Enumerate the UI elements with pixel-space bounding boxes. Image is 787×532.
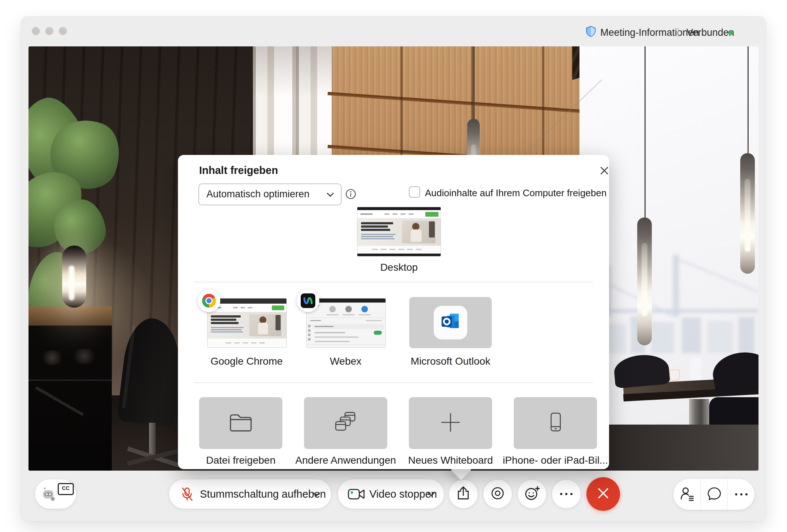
window-zoom-button[interactable] — [59, 27, 67, 35]
panel-buttons-group — [673, 479, 754, 510]
dialog-title: Inhalt freigeben — [199, 164, 278, 176]
more-dots-icon — [559, 491, 574, 497]
reactions-button[interactable] — [518, 480, 546, 508]
chrome-label: Google Chrome — [192, 356, 301, 367]
chat-icon — [707, 486, 722, 503]
share-audio-label: Audioinhalte auf Ihrem Computer freigebe… — [425, 187, 607, 199]
webex-label: Webex — [291, 356, 400, 367]
chevron-down-icon[interactable] — [312, 492, 320, 498]
phone-icon — [544, 411, 567, 435]
optimize-dropdown-value: Automatisch optimieren — [206, 184, 309, 204]
new-whiteboard-option[interactable] — [409, 397, 492, 449]
share-file-option[interactable] — [199, 397, 282, 449]
stacked-windows-icon — [334, 411, 357, 435]
iphone-ipad-label: iPhone- oder iPad-Bil... — [501, 455, 610, 466]
webex-icon — [297, 289, 319, 312]
pendant-lamp — [474, 46, 475, 119]
participants-icon — [679, 486, 695, 503]
more-dots-icon — [734, 491, 749, 498]
desktop-label: Desktop — [339, 262, 459, 273]
record-icon — [490, 486, 505, 502]
plus-icon — [440, 412, 461, 434]
participants-button[interactable] — [673, 479, 700, 510]
titlebar-separator — [678, 28, 678, 37]
other-apps-label: Andere Anwendungen — [291, 455, 400, 466]
camera-icon — [347, 487, 365, 502]
control-bar: CC Stummschaltung aufheben Video stoppen — [21, 471, 766, 521]
share-file-label: Datei freigeben — [186, 455, 296, 466]
meeting-information-link[interactable]: Meeting-Informationen — [600, 27, 699, 38]
new-whiteboard-label: Neues Whiteboard — [396, 455, 505, 466]
stop-video-button[interactable]: Video stoppen — [338, 479, 444, 509]
connected-dot — [728, 30, 733, 35]
info-icon[interactable] — [345, 189, 356, 200]
mic-muted-icon — [179, 486, 195, 503]
assistant-robot-icon — [40, 485, 57, 503]
meeting-window: Meeting-Informationen Verbunden — [21, 16, 766, 521]
emoji-plus-icon — [524, 485, 540, 503]
assistant-button[interactable]: CC — [35, 479, 76, 509]
iphone-ipad-option[interactable] — [514, 397, 597, 449]
pendant-lamp — [645, 46, 646, 217]
unmute-button[interactable]: Stummschaltung aufheben — [169, 479, 331, 509]
close-icon — [597, 487, 610, 501]
outlook-icon — [440, 311, 461, 334]
optimize-dropdown[interactable]: Automatisch optimieren — [198, 183, 342, 205]
more-options-button[interactable] — [552, 480, 581, 508]
share-content-dialog: Inhalt freigeben Automatisch optimieren … — [178, 155, 609, 469]
leave-meeting-button[interactable] — [586, 477, 620, 511]
chat-button[interactable] — [701, 479, 727, 510]
unmute-label: Stummschaltung aufheben — [200, 479, 326, 509]
record-button[interactable] — [483, 480, 512, 508]
more-panels-button[interactable] — [728, 479, 754, 510]
folder-icon — [229, 412, 253, 434]
section-divider — [194, 382, 593, 383]
shield-icon — [586, 26, 596, 37]
window-minimize-button[interactable] — [45, 27, 53, 35]
share-audio-checkbox[interactable] — [409, 186, 420, 198]
close-icon[interactable] — [598, 164, 611, 177]
chrome-icon — [198, 289, 220, 312]
share-icon — [456, 486, 471, 502]
window-close-button[interactable] — [32, 27, 40, 35]
chevron-down-icon[interactable] — [427, 492, 435, 498]
section-divider — [194, 282, 593, 282]
desktop-share-option[interactable] — [357, 207, 441, 256]
pendant-lamp — [748, 46, 749, 153]
connection-status: Verbunden — [687, 27, 734, 38]
office-cabinet — [28, 307, 112, 471]
outlook-label: Microsoft Outlook — [396, 356, 505, 367]
share-content-button[interactable] — [449, 480, 478, 508]
outlook-share-option[interactable] — [409, 297, 492, 348]
window-titlebar: Meeting-Informationen Verbunden — [21, 16, 766, 46]
other-apps-option[interactable] — [304, 397, 387, 449]
chevron-down-icon — [326, 192, 334, 199]
table-lamp — [62, 246, 86, 308]
cc-badge: CC — [58, 483, 74, 495]
